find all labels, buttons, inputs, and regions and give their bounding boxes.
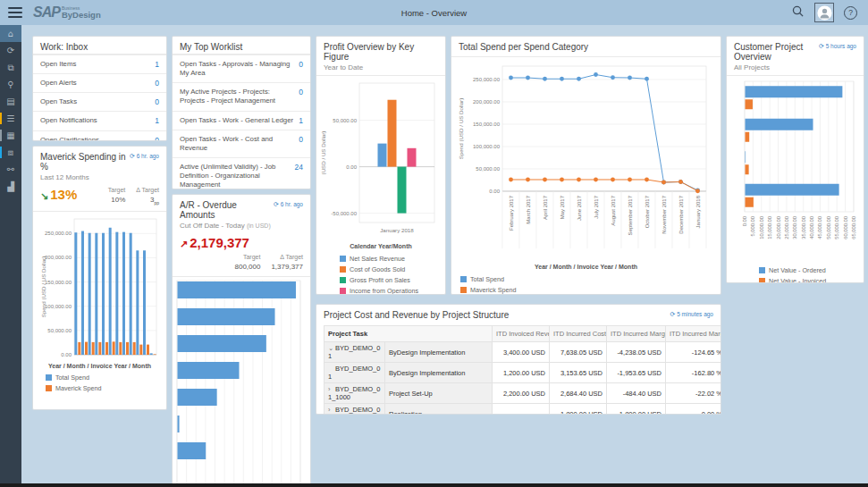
item-count[interactable]: 0 [155,79,159,88]
legend-swatch-icon [759,267,765,273]
item-count[interactable]: 0 [155,97,159,106]
profit-overview-bar-chart[interactable]: -50,000.000.0050,000.00(USD / US Dollar)… [316,78,445,242]
itd-incurred-cost: 2,684.40 USD [550,383,607,404]
column-header-itd-incurred-margin[interactable]: ITD Incurred Margin ● [607,326,666,342]
target-value: 800,000 [234,263,260,271]
sidebar-item-analytics[interactable]: ▟ [0,178,21,195]
refresh-icon: ⟳ [819,43,824,49]
refresh-indicator[interactable]: ⟳ 5 hours ago [819,43,856,50]
inbox-item[interactable]: Open Alerts0 [33,73,166,92]
column-header-itd-invoiced-revenue[interactable]: ITD Invoiced Revenue ● [493,326,550,342]
refresh-indicator[interactable]: ⟳ 5 minutes ago [670,311,713,318]
sidebar-item-org-structures[interactable]: ⧈ [0,144,21,161]
item-count[interactable]: 1 [299,116,303,125]
avatar[interactable] [814,3,834,22]
row-expander-icon[interactable]: ⌄ [328,344,335,352]
item-label: Open Tasks - Approvals - Managing My Are… [180,60,299,78]
row-expander-icon[interactable]: › [328,406,335,414]
item-count[interactable]: 1 [155,60,159,69]
sidebar-indicator [0,147,2,158]
chart-legend: Total SpendMaverick Spend [451,271,721,295]
column-header-project-task[interactable]: Project Task [324,326,493,342]
history-icon: ⟳ [7,46,14,55]
legend-item: Total Spend [46,373,166,383]
card-project-cost-revenue: Project Cost and Revenue by Project Stru… [316,304,721,415]
column-header-itd-incurred-margin-pct[interactable]: ITD Incurred Margin % ● [666,326,722,342]
delta-target-label: Δ Target [136,187,159,193]
ar-overdue-bar-chart[interactable] [173,279,310,487]
refresh-indicator[interactable]: ⟳ 6 hr. ago [130,153,159,160]
item-label: My Active Projects - Projects: Projects … [180,88,299,105]
inbox-item[interactable]: Open Clarifications0 [33,130,166,142]
svg-text:May 2017: May 2017 [559,195,564,219]
sidebar-item-history[interactable]: ⟳ [0,42,21,59]
svg-text:0.00: 0.00 [346,164,357,170]
item-count[interactable]: 1 [155,116,159,125]
inbox-item[interactable]: Open Notifications1 [33,111,166,130]
column-header-itd-incurred-cost[interactable]: ITD Incurred Cost ● [550,326,607,342]
worklist-item[interactable]: Open Tasks - Approvals - Managing My Are… [173,55,310,82]
maverick-spending-bar-chart[interactable]: 0.0050,000.00100,000.00150,000.00200,000… [33,214,166,362]
legend-item: Total Spend [460,273,721,284]
inbox-item[interactable]: Open Items1 [33,55,166,73]
legend-swatch-icon [46,385,52,391]
x-axis-label: Year / Month / Invoice Year / Month [46,362,154,370]
svg-text:30,000.00: 30,000.00 [792,216,797,239]
item-count[interactable]: 0 [299,60,303,69]
table-row[interactable]: ›BYD_DEMO_01_3000Realization1,800.00 USD… [324,404,722,416]
legend-item: Gross Profit on Sales [340,274,445,285]
item-count[interactable]: 0 [155,136,159,142]
item-count[interactable]: 24 [295,163,303,172]
svg-text:-50,000.00: -50,000.00 [331,211,357,216]
legend-swatch-icon [46,374,52,381]
svg-text:October 2017: October 2017 [644,195,649,228]
sidebar-item-company[interactable]: ▦ [0,127,21,144]
itd-incurred-margin: -4,238.05 USD [607,342,666,363]
svg-text:February 2017: February 2017 [508,195,513,231]
svg-text:25,000.00: 25,000.00 [783,216,788,239]
worklist-item[interactable]: Open Tasks - Work - General Ledger1 [173,111,310,130]
item-label: Open Notifications [40,116,155,125]
table-row[interactable]: ›BYD_DEMO_01_1000Project Set-Up2,200.00 … [324,383,722,404]
itd-incurred-margin: -1,953.65 USD [607,363,666,383]
worklist-item[interactable]: My Active Projects - Projects: Projects … [173,82,310,110]
worklist-item[interactable]: Open Tasks - Work - Cost and Revenue0 [173,130,310,157]
sidebar-item-network[interactable]: ⧉ [0,59,21,76]
svg-text:65,000.00: 65,000.00 [851,216,856,239]
svg-text:0.00: 0.00 [742,216,747,226]
svg-text:50,000.00: 50,000.00 [47,327,72,332]
sidebar-item-person[interactable]: ⚲ [0,76,21,93]
svg-text:0.00: 0.00 [489,189,500,194]
sidebar-item-home[interactable]: ⌂ [0,25,21,42]
org-chart-icon: ⧈ [8,147,13,158]
task-description: ByDesign Implementation [385,363,493,383]
customer-project-bar-chart[interactable]: 0.005,000.0010,000.0015,000.0020,000.002… [727,78,864,262]
inbox-item[interactable]: Open Tasks0 [33,92,166,111]
row-expander-icon[interactable]: › [328,385,335,393]
search-icon[interactable] [791,4,805,21]
item-count[interactable]: 0 [299,88,303,97]
project-task-id: BYD_DEMO_01_1000 [328,385,380,401]
worklist-item[interactable]: Active (Unlimited Validity) - Job Defini… [173,157,310,189]
item-count[interactable]: 0 [299,135,303,144]
sidebar-item-people[interactable]: ⚯ [0,161,21,178]
table-row[interactable]: ⌄BYD_DEMO_01ByDesign Implementation3,400… [324,342,722,363]
total-spend-line-chart[interactable]: 0.0050,000.00100,000.00150,000.00200,000… [451,57,721,263]
sidebar-item-tasks[interactable]: ▤ [0,93,21,110]
legend-item: Net Value - Ordered [759,264,864,275]
svg-text:150,000.00: 150,000.00 [45,279,72,284]
chart-legend: Total SpendMaverick Spend [33,370,166,394]
help-icon[interactable]: ? [844,6,857,20]
refresh-indicator[interactable]: ⟳ 6 hr. ago [274,201,303,208]
svg-text:55,000.00: 55,000.00 [834,216,839,239]
svg-text:40,000.00: 40,000.00 [809,216,814,239]
table-row[interactable]: BYD_DEMO_01ByDesign Implementation1,200.… [324,363,722,383]
trend-up-arrow-icon: ↗ [180,239,188,249]
list-icon: ☰ [7,113,15,123]
kpi-value: ↗2,179,377 [180,235,303,250]
svg-text:Spend (USD / US Dollar): Spend (USD / US Dollar) [458,98,464,159]
refresh-icon: ⟳ [274,201,279,207]
card-subtitle: Cut Off Date - Today (in USD) [173,222,310,233]
sidebar-item-worklists[interactable]: ☰ [0,110,21,127]
legend-label: Net Value - Ordered [769,266,826,274]
